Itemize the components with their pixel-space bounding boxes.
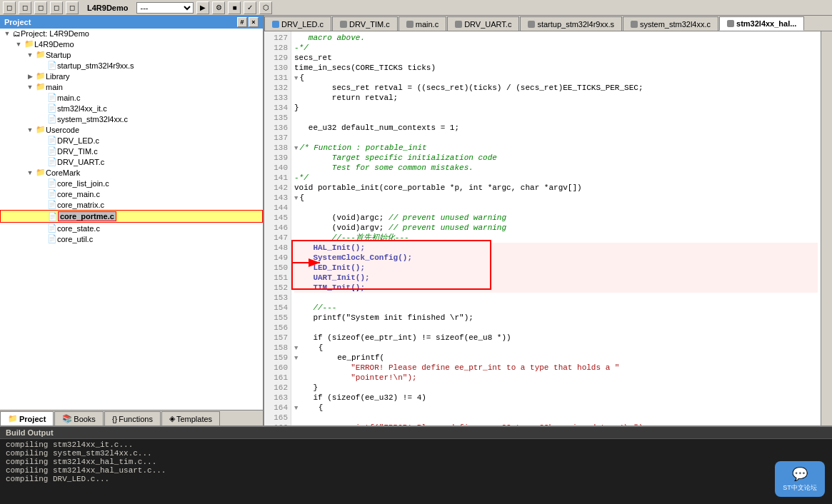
code-line-147: //---首先初始化--- (294, 233, 818, 243)
code-line-139: Target specific initialization code (294, 153, 818, 163)
tree-item-8[interactable]: 📄 stm32l4xx_it.c (0, 103, 263, 114)
toolbar-btn-3[interactable]: ◻ (34, 1, 47, 14)
tab-drv-led[interactable]: DRV_LED.c (264, 16, 331, 31)
tab-functions[interactable]: {} Functions (104, 411, 161, 425)
line-num-162: 162 (264, 383, 288, 393)
collapse-164[interactable]: ▼ (294, 405, 298, 412)
tree-item-6[interactable]: ▼📁 main (0, 81, 263, 92)
tree-item-15[interactable]: 📄 core_list_join.c (0, 178, 263, 188)
tree-item-9[interactable]: 📄 system_stm32l4xx.c (0, 114, 263, 124)
toolbar-btn-9[interactable]: ✓ (244, 1, 256, 14)
expand-icon-14[interactable]: ▼ (24, 169, 36, 176)
line-num-128: 128 (264, 43, 288, 53)
tree-item-5[interactable]: ▶📁 Library (0, 71, 263, 81)
collapse-158[interactable]: ▼ (294, 345, 298, 352)
tree-item-2[interactable]: ▼📁 L4R9Demo (0, 39, 263, 49)
build-line: compiling stm32l4xx_hal_usart.c... (6, 466, 826, 475)
tab-drv-uart[interactable]: DRV_UART.c (447, 16, 519, 31)
expand-icon-6[interactable]: ▼ (24, 84, 36, 91)
line-num-163: 163 (264, 393, 288, 403)
collapse-131[interactable]: ▼ (294, 75, 298, 82)
project-header-label: Project (4, 18, 31, 26)
tab-main[interactable]: main.c (399, 16, 446, 31)
tree-item-18[interactable]: 📄 core_portme.c (0, 210, 263, 223)
toolbar-btn-4[interactable]: ◻ (50, 1, 63, 14)
tree-item-16[interactable]: 📄 core_main.c (0, 188, 263, 199)
tree-item-7[interactable]: 📄 main.c (0, 92, 263, 103)
tree-label-17: core_matrix.c (57, 201, 104, 209)
expand-icon-10[interactable]: ▼ (24, 126, 36, 133)
toolbar-btn-10[interactable]: ⬡ (259, 1, 272, 14)
tree-item-20[interactable]: 📄 core_util.c (0, 233, 263, 244)
folder-icon-14: 📁 (36, 168, 46, 177)
code-line-130: time_in_secs(CORE_TICKS ticks) (294, 63, 818, 73)
code-line-133: return retval; (294, 93, 818, 103)
collapse-159[interactable]: ▼ (294, 355, 298, 362)
tree-label-16: core_main.c (57, 190, 100, 198)
tab-project[interactable]: 📁 Project (0, 411, 54, 425)
code-line-153 (294, 293, 818, 303)
tab-system[interactable]: system_stm32l4xx.c (623, 16, 718, 31)
line-num-137: 137 (264, 133, 288, 143)
tree-item-11[interactable]: 📄 DRV_LED.c (0, 135, 263, 146)
code-line-165 (294, 413, 818, 423)
tab-startup[interactable]: startup_stm32l4r9xx.s (520, 16, 622, 31)
tree-label-19: core_state.c (57, 224, 100, 233)
toolbar-btn-1[interactable]: ◻ (3, 1, 16, 14)
chat-widget[interactable]: 💬 ST中文论坛 (775, 461, 825, 497)
code-line-149: SystemClock_Config(); (294, 253, 818, 263)
tree-label-8: stm32l4xx_it.c (57, 104, 107, 113)
tree-item-13[interactable]: 📄 DRV_UART.c (0, 156, 263, 167)
tree-label-18: core_portme.c (58, 211, 116, 221)
collapse-143[interactable]: ▼ (294, 195, 298, 202)
tree-item-17[interactable]: 📄 core_matrix.c (0, 199, 263, 210)
toolbar-btn-7[interactable]: ⚙ (212, 1, 225, 14)
file-icon-9: 📄 (47, 114, 57, 124)
project-pin-btn[interactable]: # (237, 17, 247, 27)
line-num-143: 143 (264, 193, 288, 203)
right-scrollbar[interactable] (821, 31, 832, 425)
tab-books[interactable]: 📚 Books (54, 411, 104, 425)
line-num-165: 165 (264, 413, 288, 423)
tree-item-12[interactable]: 📄 DRV_TIM.c (0, 146, 263, 156)
tab-books-label: Books (74, 415, 96, 423)
toolbar-btn-2[interactable]: ◻ (19, 1, 31, 14)
tab-templates[interactable]: ◈ Templates (161, 411, 220, 425)
toolbar-btn-5[interactable]: ◻ (66, 1, 79, 14)
tree-item-14[interactable]: ▼📁 CoreMark (0, 167, 263, 178)
tree-item-3[interactable]: ▼📁 Startup (0, 49, 263, 60)
expand-icon-5[interactable]: ▶ (24, 73, 36, 80)
main-container: Project # × ▼🗂 Project: L4R9Demo▼📁 L4R9D… (0, 16, 832, 504)
project-close-btn[interactable]: × (249, 17, 259, 27)
tree-item-19[interactable]: 📄 core_state.c (0, 223, 263, 233)
line-num-133: 133 (264, 93, 288, 103)
expand-icon-1[interactable]: ▼ (1, 30, 13, 37)
code-line-155: printf("System init finished \r"); (294, 313, 818, 323)
expand-icon-3[interactable]: ▼ (24, 51, 36, 59)
tree-label-14: CoreMark (46, 168, 80, 177)
code-line-159: ▼ ee_printf( (294, 353, 818, 363)
tab-drv-tim[interactable]: DRV_TIM.c (332, 16, 398, 31)
left-panel: Project # × ▼🗂 Project: L4R9Demo▼📁 L4R9D… (0, 16, 264, 425)
code-line-161: "pointer!\n"); (294, 373, 818, 383)
line-num-131: 131 (264, 73, 288, 83)
tree-item-1[interactable]: ▼🗂 Project: L4R9Demo (0, 29, 263, 39)
code-line-129: secs_ret (294, 53, 818, 63)
toolbar-btn-8[interactable]: ■ (228, 1, 241, 14)
line-num-148: 148 (264, 243, 288, 253)
toolbar-combo[interactable]: --- (136, 2, 194, 14)
line-num-161: 161 (264, 373, 288, 383)
collapse-138[interactable]: ▼ (294, 145, 298, 152)
tree-label-6: main (46, 83, 63, 91)
line-num-141: 141 (264, 173, 288, 183)
tree-label-12: DRV_TIM.c (57, 147, 98, 156)
toolbar-btn-6[interactable]: ▶ (196, 1, 209, 14)
code-area[interactable]: macro above.-*/secs_rettime_in_secs(CORE… (291, 31, 821, 425)
tree-item-10[interactable]: ▼📁 Usercode (0, 124, 263, 135)
editor-tabs: DRV_LED.c DRV_TIM.c main.c DRV_UART.c st… (264, 16, 832, 31)
tree-label-13: DRV_UART.c (57, 158, 104, 166)
line-num-155: 155 (264, 313, 288, 323)
tree-item-4[interactable]: 📄 startup_stm32l4r9xx.s (0, 60, 263, 71)
expand-icon-2[interactable]: ▼ (13, 41, 24, 48)
tab-stm32l4xx-hal[interactable]: stm32l4xx_hal... (719, 16, 804, 31)
